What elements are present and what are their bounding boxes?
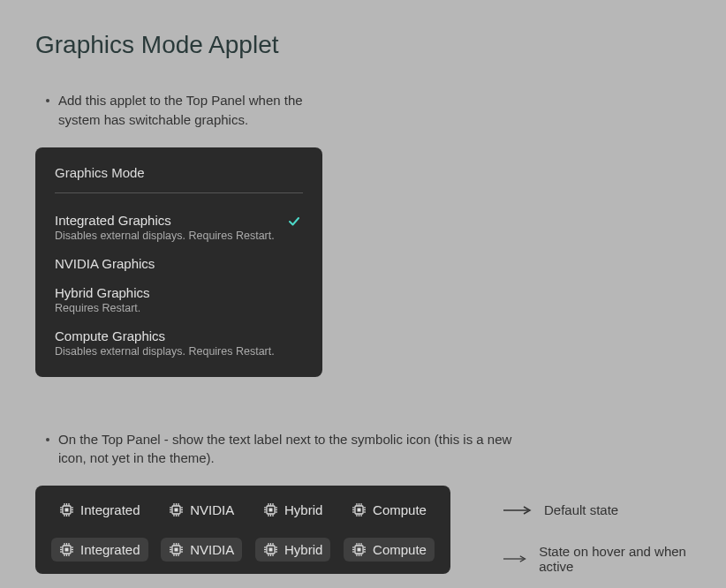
menu-item-desc: Requires Restart. [55, 302, 303, 314]
check-icon [289, 215, 299, 230]
panel-indicator-examples: Integrated NVIDIA Hybrid Compute [35, 486, 450, 574]
chip-icon [263, 542, 278, 557]
annotation-hover: State on hover and when active [503, 544, 691, 574]
menu-item-label: Hybrid Graphics [55, 285, 303, 300]
indicator-nvidia-hover[interactable]: NVIDIA [161, 538, 242, 562]
indicator-hybrid-hover[interactable]: Hybrid [255, 538, 330, 562]
indicator-label: NVIDIA [190, 542, 234, 557]
annotation-default: Default state [503, 502, 691, 517]
menu-item-label: Integrated Graphics [55, 213, 303, 228]
chip-icon [169, 542, 184, 557]
menu-item-label: Compute Graphics [55, 328, 303, 343]
indicator-row-hover: Integrated NVIDIA Hybrid Compute [51, 538, 435, 562]
menu-item-integrated[interactable]: Integrated Graphics Disables external di… [55, 207, 303, 251]
indicator-label: Integrated [80, 542, 140, 557]
chip-icon [59, 502, 74, 517]
menu-header: Graphics Mode [55, 165, 303, 193]
arrow-icon [503, 506, 532, 515]
indicator-label: Compute [373, 542, 427, 557]
menu-item-desc: Disables external displays. Requires Res… [55, 230, 303, 242]
chip-icon [169, 502, 184, 517]
menu-item-hybrid[interactable]: Hybrid Graphics Requires Restart. [55, 280, 303, 323]
indicator-hybrid[interactable]: Hybrid [255, 498, 330, 522]
indicator-row-default: Integrated NVIDIA Hybrid Compute [51, 498, 435, 522]
indicator-label: Compute [373, 502, 427, 517]
menu-item-desc: Disables external displays. Requires Res… [55, 345, 303, 358]
indicator-label: Hybrid [284, 502, 322, 517]
indicator-compute-hover[interactable]: Compute [344, 538, 435, 562]
indicator-label: NVIDIA [190, 502, 234, 517]
menu-item-nvidia[interactable]: NVIDIA Graphics [55, 251, 303, 280]
indicator-nvidia[interactable]: NVIDIA [161, 498, 242, 522]
bullet-intro: Add this applet to the Top Panel when th… [46, 91, 691, 130]
menu-item-compute[interactable]: Compute Graphics Disables external displ… [55, 323, 303, 359]
indicator-integrated-hover[interactable]: Integrated [51, 538, 148, 562]
chip-icon [59, 542, 74, 557]
menu-item-label: NVIDIA Graphics [55, 256, 303, 271]
indicator-compute[interactable]: Compute [344, 498, 435, 522]
indicator-label: Integrated [80, 502, 140, 517]
chip-icon [352, 502, 367, 517]
bullet-panel-info: On the Top Panel - show the text label n… [46, 430, 691, 469]
chip-icon [352, 542, 367, 557]
graphics-mode-menu: Graphics Mode Integrated Graphics Disabl… [35, 147, 322, 377]
chip-icon [263, 502, 278, 517]
indicator-label: Hybrid [284, 542, 322, 557]
indicator-integrated[interactable]: Integrated [51, 498, 148, 522]
page-title: Graphics Mode Applet [35, 31, 691, 59]
arrow-icon [503, 554, 526, 563]
